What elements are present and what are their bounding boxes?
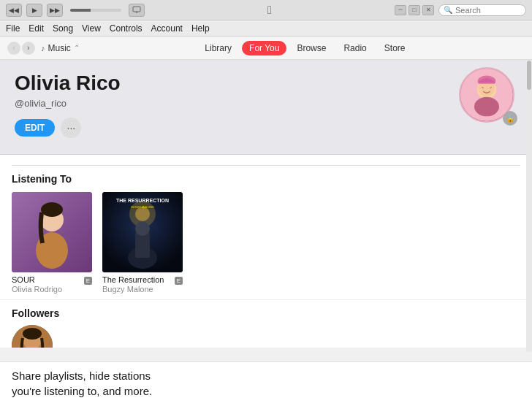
search-icon: 🔍 bbox=[444, 6, 452, 14]
menu-controls[interactable]: Controls bbox=[110, 23, 142, 34]
apple-logo:  bbox=[267, 4, 272, 17]
svg-point-14 bbox=[41, 202, 63, 217]
album-explicit-resurrection: E bbox=[175, 277, 183, 285]
title-bar-left: ◀◀ ▶ ▶▶ bbox=[6, 4, 145, 17]
tab-browse[interactable]: Browse bbox=[289, 41, 333, 55]
bottom-tooltip-area: Share playlists, hide stations you're li… bbox=[0, 361, 532, 406]
followers-header: Followers bbox=[12, 307, 520, 319]
search-input[interactable] bbox=[455, 6, 521, 15]
tooltip-line1: Share playlists, hide stations bbox=[12, 368, 520, 383]
followers-section: Followers bbox=[0, 300, 532, 348]
menu-help[interactable]: Help bbox=[191, 23, 210, 34]
menu-view[interactable]: View bbox=[82, 23, 101, 34]
album-title-sour: SOUR bbox=[12, 275, 35, 284]
back-transport-btn[interactable]: ◀◀ bbox=[6, 4, 22, 17]
nav-tabs: Library For You Browse Radio Store bbox=[86, 41, 525, 55]
more-options-button[interactable]: ··· bbox=[61, 118, 81, 138]
tab-store[interactable]: Store bbox=[377, 41, 413, 55]
scrollbar-thumb[interactable] bbox=[527, 61, 531, 90]
menu-edit[interactable]: Edit bbox=[28, 23, 44, 34]
album-item-sour: SOUR E Olivia Rodrigo bbox=[12, 192, 92, 294]
listening-to-section: Listening To bbox=[0, 155, 532, 300]
svg-marker-1 bbox=[135, 12, 138, 13]
minimize-button[interactable]: ─ bbox=[395, 5, 406, 15]
albums-row: SOUR E Olivia Rodrigo bbox=[12, 192, 520, 294]
search-box[interactable]: 🔍 bbox=[438, 4, 526, 16]
profile-name: Olivia Rico bbox=[15, 72, 517, 95]
profile-actions: EDIT ··· bbox=[15, 118, 517, 138]
svg-rect-0 bbox=[133, 7, 140, 12]
music-breadcrumb: ♪ Music ⌃ bbox=[41, 43, 80, 53]
follower-avatar[interactable] bbox=[12, 325, 53, 348]
profile-avatar: 🔒 bbox=[459, 67, 517, 126]
title-bar: ◀◀ ▶ ▶▶  ─ □ ✕ 🔍 bbox=[0, 0, 532, 20]
svg-point-27 bbox=[23, 328, 42, 340]
album-title-row-resurrection: The Resurrection E bbox=[102, 275, 183, 285]
album-cover-sour[interactable] bbox=[12, 192, 92, 272]
menu-bar: File Edit Song View Controls Account Hel… bbox=[0, 20, 532, 37]
tab-for-you[interactable]: For You bbox=[242, 41, 286, 55]
svg-text:THE RESURRECTION: THE RESURRECTION bbox=[116, 198, 169, 203]
menu-file[interactable]: File bbox=[6, 23, 20, 34]
album-cover-resurrection[interactable]: THE RESURRECTION BUGZY MALONE bbox=[102, 192, 183, 272]
svg-point-18 bbox=[135, 207, 150, 221]
nav-arrows: ‹ › bbox=[7, 42, 35, 55]
title-bar-right: ─ □ ✕ 🔍 bbox=[395, 4, 526, 16]
album-item-resurrection: THE RESURRECTION BUGZY MALONE The Resurr… bbox=[102, 192, 183, 294]
menu-account[interactable]: Account bbox=[151, 23, 183, 34]
main-content: Listening To bbox=[0, 155, 532, 348]
svg-text:BUGZY MALONE: BUGZY MALONE bbox=[131, 205, 154, 209]
tooltip-line2: you're listening to, and more. bbox=[12, 383, 520, 399]
listening-to-header: Listening To bbox=[12, 165, 520, 185]
album-artist-resurrection: Bugzy Malone bbox=[102, 285, 183, 294]
lock-icon: 🔒 bbox=[506, 115, 514, 123]
album-artist-sour: Olivia Rodrigo bbox=[12, 285, 92, 294]
edit-button[interactable]: EDIT bbox=[15, 119, 55, 137]
play-transport-btn[interactable]: ▶ bbox=[26, 4, 42, 17]
nav-bar: ‹ › ♪ Music ⌃ Library For You Browse Rad… bbox=[0, 37, 532, 60]
svg-rect-20 bbox=[135, 232, 150, 258]
ellipsis-icon: ··· bbox=[67, 122, 76, 134]
music-dropdown-icon[interactable]: ⌃ bbox=[74, 44, 80, 52]
album-title-resurrection: The Resurrection bbox=[102, 275, 164, 284]
music-label-text: Music bbox=[48, 43, 71, 53]
title-bar-center:  bbox=[145, 4, 395, 17]
nav-forward-arrow[interactable]: › bbox=[22, 42, 35, 55]
album-title-row-sour: SOUR E bbox=[12, 275, 92, 285]
close-button[interactable]: ✕ bbox=[422, 5, 434, 15]
tab-radio[interactable]: Radio bbox=[336, 41, 373, 55]
svg-point-4 bbox=[474, 97, 499, 117]
menu-song[interactable]: Song bbox=[53, 23, 73, 34]
forward-transport-btn[interactable]: ▶▶ bbox=[47, 4, 63, 17]
album-explicit-sour: E bbox=[84, 277, 92, 285]
nav-back-arrow[interactable]: ‹ bbox=[7, 42, 20, 55]
profile-handle: @olivia_rico bbox=[15, 98, 517, 109]
svg-point-21 bbox=[135, 221, 150, 236]
music-note-icon: ♪ bbox=[41, 44, 45, 53]
tab-library[interactable]: Library bbox=[197, 41, 239, 55]
scrollbar[interactable] bbox=[526, 60, 532, 352]
profile-section: Olivia Rico @olivia_rico EDIT ··· 🔒 bbox=[0, 60, 532, 155]
airplay-button[interactable] bbox=[129, 4, 145, 17]
restore-button[interactable]: □ bbox=[408, 5, 420, 15]
volume-slider[interactable] bbox=[70, 9, 121, 12]
window-controls: ─ □ ✕ bbox=[395, 5, 434, 15]
lock-badge: 🔒 bbox=[503, 111, 517, 126]
